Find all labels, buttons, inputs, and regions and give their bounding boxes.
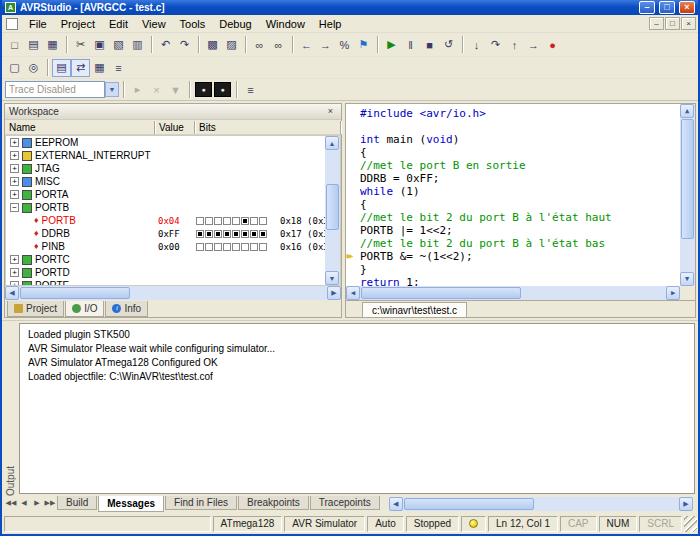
redo-icon[interactable]: ↷ bbox=[175, 36, 194, 54]
mdi-minimize-button[interactable]: – bbox=[649, 17, 664, 30]
output-messages-panel[interactable]: Loaded plugin STK500AVR Simulator Please… bbox=[19, 323, 695, 494]
scroll-right-icon[interactable]: ▶ bbox=[327, 286, 341, 300]
device-button-2[interactable]: ● bbox=[214, 82, 231, 97]
menu-tools[interactable]: Tools bbox=[173, 17, 213, 31]
column-header-bits[interactable]: Bits bbox=[195, 121, 341, 134]
toggle-breakpoint-icon[interactable]: ● bbox=[543, 36, 562, 54]
bottom-horizontal-scrollbar[interactable]: ◀ ▶ bbox=[389, 497, 693, 511]
tree-group-external_interrupt[interactable]: +EXTERNAL_INTERRUPT bbox=[6, 149, 325, 162]
minimize-button[interactable]: – bbox=[639, 1, 655, 14]
step-out-icon[interactable]: ↑ bbox=[505, 36, 524, 54]
bit-checkbox-6[interactable] bbox=[205, 217, 213, 225]
workspace-tab-info[interactable]: iInfo bbox=[105, 301, 148, 317]
bit-checkbox-3[interactable] bbox=[232, 243, 240, 251]
scroll-down-icon[interactable]: ▼ bbox=[680, 272, 694, 286]
resize-grip[interactable] bbox=[684, 516, 697, 532]
bit-checkbox-7[interactable] bbox=[196, 217, 204, 225]
workspace-vertical-scrollbar[interactable]: ▲ ▼ bbox=[325, 136, 340, 285]
bottom-tab-find-in-files[interactable]: Find in Files bbox=[165, 496, 237, 510]
scrollbar-thumb[interactable] bbox=[681, 119, 694, 239]
pause-icon[interactable]: ‖ bbox=[401, 36, 420, 54]
trace-save-icon[interactable]: ▼ bbox=[166, 81, 185, 99]
bottom-tab-messages[interactable]: Messages bbox=[98, 496, 164, 512]
bit-checkbox-0[interactable] bbox=[259, 230, 267, 238]
scrollbar-thumb[interactable] bbox=[404, 498, 534, 510]
menu-edit[interactable]: Edit bbox=[102, 17, 135, 31]
watch-window-icon[interactable]: ◎ bbox=[24, 59, 43, 77]
nav-forward-icon[interactable]: → bbox=[316, 36, 335, 54]
reset-icon[interactable]: ↺ bbox=[439, 36, 458, 54]
new-file-icon[interactable]: □ bbox=[5, 36, 24, 54]
bit-checkbox-1[interactable] bbox=[250, 243, 258, 251]
expand-icon[interactable]: + bbox=[10, 138, 19, 147]
select-tool-icon[interactable]: ▢ bbox=[5, 59, 24, 77]
copy-icon[interactable]: ▣ bbox=[90, 36, 109, 54]
editor-horizontal-scrollbar[interactable]: ◀ ▶ bbox=[346, 286, 680, 300]
scroll-right-icon[interactable]: ▶ bbox=[679, 497, 693, 511]
workspace-header[interactable]: Workspace × bbox=[5, 104, 341, 120]
scroll-left-icon[interactable]: ◀ bbox=[346, 286, 360, 300]
tree-group-eeprom[interactable]: +EEPROM bbox=[6, 136, 325, 149]
run-icon[interactable]: ▶ bbox=[382, 36, 401, 54]
trace-clear-icon[interactable]: × bbox=[147, 81, 166, 99]
tab-scroll-first-icon[interactable]: ◀◀ bbox=[5, 496, 17, 510]
workspace-close-icon[interactable]: × bbox=[324, 106, 337, 118]
trace-on-icon[interactable]: ▸ bbox=[128, 81, 147, 99]
workspace-tab-io[interactable]: I/O bbox=[65, 301, 104, 317]
scroll-right-icon[interactable]: ▶ bbox=[666, 286, 680, 300]
collapse-icon[interactable]: − bbox=[10, 203, 19, 212]
scroll-up-icon[interactable]: ▲ bbox=[325, 136, 339, 150]
menu-project[interactable]: Project bbox=[54, 17, 102, 31]
bit-checkbox-1[interactable] bbox=[250, 230, 258, 238]
disassembler-window-icon[interactable]: ≡ bbox=[109, 59, 128, 77]
menu-debug[interactable]: Debug bbox=[212, 17, 258, 31]
run-to-cursor-icon[interactable]: → bbox=[524, 36, 543, 54]
bit-checkbox-4[interactable] bbox=[223, 230, 231, 238]
column-header-value[interactable]: Value bbox=[155, 121, 195, 134]
cascade-windows-icon[interactable]: ▩ bbox=[203, 36, 222, 54]
scrollbar-thumb[interactable] bbox=[326, 184, 339, 230]
find-in-files-icon[interactable]: ∞ bbox=[269, 36, 288, 54]
paste-icon[interactable]: ▧ bbox=[109, 36, 128, 54]
bit-checkbox-5[interactable] bbox=[214, 243, 222, 251]
memory-window-icon[interactable]: ▤ bbox=[52, 59, 71, 77]
workspace-horizontal-scrollbar[interactable]: ◀ ▶ bbox=[5, 286, 341, 300]
tree-group-porte[interactable]: +PORTE bbox=[6, 279, 325, 286]
save-file-icon[interactable]: ▦ bbox=[43, 36, 62, 54]
mdi-close-button[interactable]: × bbox=[681, 17, 696, 30]
register-row-pinb[interactable]: ♦PINB0x000x16 (0x36) bbox=[6, 240, 325, 253]
menu-window[interactable]: Window bbox=[259, 17, 312, 31]
column-header-name[interactable]: Name bbox=[5, 121, 155, 134]
register-row-portb[interactable]: ♦PORTB0x040x18 (0x38) bbox=[6, 214, 325, 227]
bit-checkbox-7[interactable] bbox=[196, 230, 204, 238]
scroll-down-icon[interactable]: ▼ bbox=[325, 271, 339, 285]
bit-checkbox-5[interactable] bbox=[214, 230, 222, 238]
tab-scroll-left-icon[interactable]: ◀ bbox=[18, 496, 30, 510]
bit-checkbox-1[interactable] bbox=[250, 217, 258, 225]
scrollbar-thumb[interactable] bbox=[361, 287, 521, 299]
output-vertical-label[interactable]: Output bbox=[5, 327, 16, 496]
expand-icon[interactable]: + bbox=[10, 177, 19, 186]
bit-checkbox-6[interactable] bbox=[205, 230, 213, 238]
bottom-tab-build[interactable]: Build bbox=[57, 496, 97, 510]
io-window-icon[interactable]: ⇄ bbox=[71, 59, 90, 77]
tab-scroll-right-icon[interactable]: ▶ bbox=[31, 496, 43, 510]
tree-group-portc[interactable]: +PORTC bbox=[6, 253, 325, 266]
title-bar[interactable]: A AVRStudio - [AVRGCC - test.c] – □ × bbox=[2, 0, 698, 15]
code-editor[interactable]: ► #include <avr/io.h> int main (void){//… bbox=[346, 104, 695, 300]
bit-checkbox-3[interactable] bbox=[232, 217, 240, 225]
bottom-tab-tracepoints[interactable]: Tracepoints bbox=[310, 496, 380, 510]
mdi-restore-button[interactable]: □ bbox=[665, 17, 680, 30]
tile-windows-icon[interactable]: ▨ bbox=[222, 36, 241, 54]
register-row-ddrb[interactable]: ♦DDRB0xFF0x17 (0x37) bbox=[6, 227, 325, 240]
workspace-tab-project[interactable]: Project bbox=[7, 301, 64, 317]
bit-checkbox-3[interactable] bbox=[232, 230, 240, 238]
find-icon[interactable]: ∞ bbox=[250, 36, 269, 54]
stop-icon[interactable]: ■ bbox=[420, 36, 439, 54]
open-file-icon[interactable]: ▤ bbox=[24, 36, 43, 54]
tree-group-portd[interactable]: +PORTD bbox=[6, 266, 325, 279]
bit-checkbox-4[interactable] bbox=[223, 217, 231, 225]
scroll-up-icon[interactable]: ▲ bbox=[680, 104, 694, 118]
menu-file[interactable]: File bbox=[22, 17, 54, 31]
tree-group-porta[interactable]: +PORTA bbox=[6, 188, 325, 201]
